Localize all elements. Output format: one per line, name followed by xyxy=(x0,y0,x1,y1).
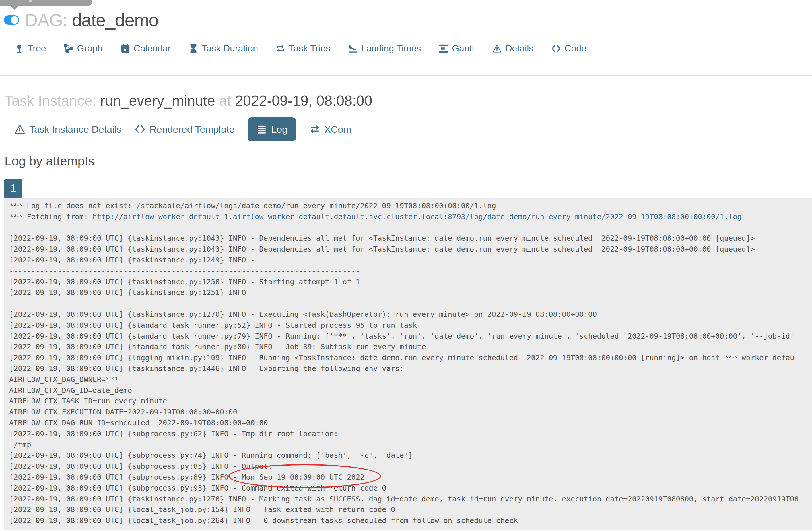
tab-label: Tree xyxy=(28,43,46,54)
pin-icon xyxy=(14,44,24,53)
dag-pause-toggle[interactable] xyxy=(4,15,19,25)
attempt-tabs: 1 xyxy=(4,179,23,198)
tab-landing-times[interactable]: Landing Times xyxy=(348,43,421,54)
task-instance-actions: Task Instance DetailsRendered TemplateLo… xyxy=(14,116,351,142)
log-line: [2022-09-19, 08:09:00 UTC] {taskinstance… xyxy=(9,233,812,244)
tooltip-remnant xyxy=(0,0,92,6)
log-line-prefix: *** Fetching from: xyxy=(9,212,92,221)
log-line xyxy=(9,222,812,233)
active-log-button[interactable]: Log xyxy=(248,117,296,141)
tab-task-duration[interactable]: Task Duration xyxy=(189,43,258,54)
exchange-icon xyxy=(309,124,320,135)
log-line: ----------------------------------------… xyxy=(9,298,812,309)
tab-label: Code xyxy=(564,43,586,54)
tab-label: Graph xyxy=(77,43,103,54)
log-line: [2022-09-19, 08:09:00 UTC] {subprocess.p… xyxy=(9,429,812,439)
warning-triangle-icon xyxy=(14,124,25,135)
log-by-attempts-heading: Log by attempts xyxy=(4,154,95,168)
tab-label: Task Duration xyxy=(202,43,258,54)
plane-landing-icon xyxy=(348,44,358,53)
log-line: [2022-09-19, 08:09:00 UTC] {taskinstance… xyxy=(9,287,812,298)
tab-label: Details xyxy=(505,43,533,54)
log-line: *** Log file does not exist: /stackable/… xyxy=(9,200,812,211)
log-line: [2022-09-19, 08:09:00 UTC] {standard_tas… xyxy=(9,320,812,331)
xcom-button[interactable]: XCom xyxy=(309,124,351,135)
dag-label: DAG: xyxy=(25,10,68,30)
task-instance-name: run_every_minute xyxy=(100,93,215,109)
log-line: /tmp xyxy=(9,439,812,450)
page-title: DAG: date_demo xyxy=(25,10,158,30)
log-line: [2022-09-19, 08:09:00 UTC] {standard_tas… xyxy=(9,341,812,352)
log-line: [2022-09-19, 08:09:00 UTC] {subprocess.p… xyxy=(9,483,812,494)
dag-view-tabs: TreeGraphCalendarTask DurationTask Tries… xyxy=(14,43,586,54)
action-label: Rendered Template xyxy=(149,124,234,135)
tab-label: Landing Times xyxy=(361,43,421,54)
tab-task-tries[interactable]: Task Tries xyxy=(276,43,330,54)
gantt-icon xyxy=(439,44,448,53)
action-label: Task Instance Details xyxy=(29,124,121,135)
code-icon xyxy=(551,44,561,53)
tab-gantt[interactable]: Gantt xyxy=(439,43,474,54)
task-instance-label: Task Instance: xyxy=(4,93,97,109)
tab-calendar[interactable]: Calendar xyxy=(120,43,171,54)
calendar-icon xyxy=(120,44,130,53)
log-line: [2022-09-19, 08:09:00 UTC] {taskinstance… xyxy=(9,244,812,255)
tab-label: Gantt xyxy=(452,43,474,54)
toggle-knob xyxy=(11,16,18,24)
log-line: [2022-09-19, 08:09:00 UTC] {logging_mixi… xyxy=(9,352,812,363)
sitemap-icon xyxy=(64,44,74,53)
log-line: AIRFLOW_CTX_DAG_RUN_ID=scheduled__2022-0… xyxy=(9,418,812,429)
page-header: DAG: date_demo xyxy=(4,10,158,30)
log-line: [2022-09-19, 08:09:00 UTC] {taskinstance… xyxy=(9,494,812,505)
log-line: ----------------------------------------… xyxy=(9,266,812,277)
header-divider xyxy=(0,75,812,76)
log-line: [2022-09-19, 08:09:00 UTC] {subprocess.p… xyxy=(9,450,812,461)
tab-graph[interactable]: Graph xyxy=(64,43,103,54)
code-icon xyxy=(134,124,145,135)
log-line: [2022-09-19, 08:09:00 UTC] {taskinstance… xyxy=(9,255,812,266)
log-line: AIRFLOW_CTX_TASK_ID=run_every_minute xyxy=(9,396,812,407)
log-line: AIRFLOW_CTX_DAG_ID=date_demo xyxy=(9,385,812,396)
log-line: [2022-09-19, 08:09:00 UTC] {local_task_j… xyxy=(9,515,812,526)
attempt-tab-1[interactable]: 1 xyxy=(4,179,23,198)
tab-label: Calendar xyxy=(134,43,171,54)
tab-tree[interactable]: Tree xyxy=(14,43,46,54)
tab-code[interactable]: Code xyxy=(551,43,586,54)
log-line: [2022-09-19, 08:09:00 UTC] {taskinstance… xyxy=(9,277,812,288)
list-icon xyxy=(256,124,267,135)
log-line: [2022-09-19, 08:09:00 UTC] {standard_tas… xyxy=(9,331,812,342)
log-line: [2022-09-19, 08:09:00 UTC] {subprocess.p… xyxy=(9,461,812,472)
tab-details[interactable]: Details xyxy=(492,43,533,54)
hourglass-icon xyxy=(189,44,198,53)
task-instance-details-button[interactable]: Task Instance Details xyxy=(14,124,121,135)
log-lines: *** Log file does not exist: /stackable/… xyxy=(9,200,812,526)
tooltip-text-fragment xyxy=(29,0,32,2)
repeat-icon xyxy=(276,44,286,53)
log-line: [2022-09-19, 08:09:00 UTC] {taskinstance… xyxy=(9,309,812,320)
tab-label: Task Tries xyxy=(289,43,330,54)
log-line: AIRFLOW_CTX_DAG_OWNER=*** xyxy=(9,374,812,385)
task-instance-at: at xyxy=(219,93,231,109)
log-fetch-url-link[interactable]: http://airflow-worker-default-1.airflow-… xyxy=(92,212,741,221)
log-line: [2022-09-19, 08:09:00 UTC] {local_task_j… xyxy=(9,504,812,515)
action-label: XCom xyxy=(324,124,351,135)
rendered-template-button[interactable]: Rendered Template xyxy=(134,124,234,135)
action-label: Log xyxy=(271,124,288,135)
log-line: *** Fetching from: http://airflow-worker… xyxy=(9,211,812,222)
log-line: [2022-09-19, 08:09:00 UTC] {subprocess.p… xyxy=(9,472,812,483)
task-instance-datetime: 2022-09-19, 08:08:00 xyxy=(235,93,372,109)
dag-name: date_demo xyxy=(72,10,158,30)
log-output-panel: *** Log file does not exist: /stackable/… xyxy=(4,198,812,530)
log-line: [2022-09-19, 08:09:00 UTC] {taskinstance… xyxy=(9,363,812,374)
task-instance-heading: Task Instance: run_every_minute at 2022-… xyxy=(4,93,372,109)
log-line: AIRFLOW_CTX_EXECUTION_DATE=2022-09-19T08… xyxy=(9,407,812,418)
warning-triangle-icon xyxy=(492,44,502,53)
